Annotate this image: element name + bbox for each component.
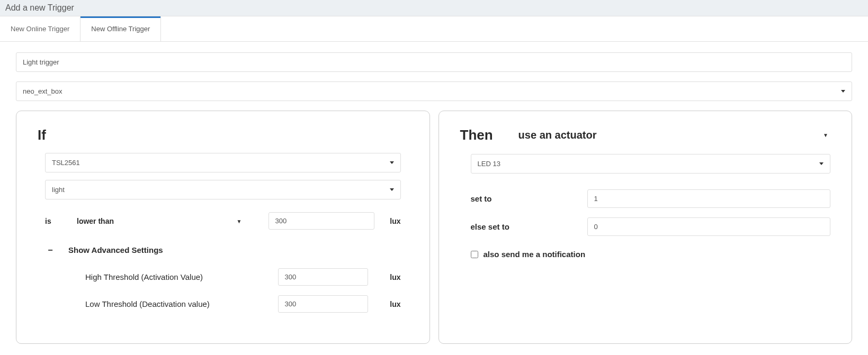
tabs: New Online Trigger New Offline Trigger (0, 16, 868, 42)
threshold-input[interactable] (269, 212, 374, 230)
sensor-select[interactable]: TSL2561 (45, 153, 401, 172)
notify-label: also send me a notification (484, 250, 586, 259)
then-panel: Then use an actuator ▼ LED 13 set to els… (439, 111, 853, 344)
if-panel: If TSL2561 light is lower than ▼ (16, 111, 430, 344)
if-title: If (38, 127, 408, 143)
chevron-down-icon[interactable]: ▼ (823, 132, 830, 138)
actuator-select[interactable]: LED 13 (471, 154, 831, 174)
collapse-icon: − (45, 246, 56, 254)
low-threshold-input[interactable] (278, 295, 368, 313)
else-set-to-row: else set to (471, 217, 831, 236)
device-select[interactable]: neo_ext_box (16, 81, 852, 101)
content-area: neo_ext_box If TSL2561 light is lower th… (0, 42, 868, 354)
panels-row: If TSL2561 light is lower than ▼ (16, 111, 852, 344)
trigger-name-input[interactable] (16, 52, 852, 72)
high-threshold-unit: lux (379, 273, 401, 281)
low-threshold-label: Low Threshold (Deactivation value) (85, 299, 278, 308)
else-set-to-label: else set to (471, 222, 587, 231)
high-threshold-label: High Threshold (Activation Value) (85, 272, 278, 281)
tab-new-online-trigger[interactable]: New Online Trigger (0, 16, 80, 41)
operator-wrap: lower than ▼ (77, 213, 253, 230)
advanced-toggle[interactable]: − Show Advanced Settings (45, 245, 401, 254)
set-to-label: set to (471, 194, 587, 203)
tab-new-offline-trigger[interactable]: New Offline Trigger (80, 16, 161, 41)
threshold-unit: lux (379, 217, 401, 225)
notify-checkbox[interactable] (471, 251, 478, 258)
set-to-row: set to (471, 189, 831, 208)
then-title: Then (460, 127, 493, 143)
advanced-label: Show Advanced Settings (68, 245, 163, 254)
notify-row: also send me a notification (471, 250, 831, 259)
set-to-input[interactable] (587, 189, 831, 208)
high-threshold-input[interactable] (278, 268, 368, 286)
then-subtitle: use an actuator (518, 129, 597, 141)
condition-row: is lower than ▼ lux (45, 212, 401, 230)
operator-select[interactable]: lower than (77, 213, 253, 230)
page-title: Add a new Trigger (0, 0, 868, 16)
high-threshold-row: High Threshold (Activation Value) lux (45, 268, 401, 286)
low-threshold-row: Low Threshold (Deactivation value) lux (45, 295, 401, 313)
then-inner: LED 13 set to else set to also send me a… (460, 154, 831, 259)
is-label: is (45, 217, 77, 225)
metric-select[interactable]: light (45, 180, 401, 199)
else-set-to-input[interactable] (587, 217, 831, 236)
then-title-row: Then use an actuator ▼ (460, 127, 831, 143)
low-threshold-unit: lux (379, 300, 401, 308)
if-inner: TSL2561 light is lower than ▼ lux (38, 153, 408, 313)
